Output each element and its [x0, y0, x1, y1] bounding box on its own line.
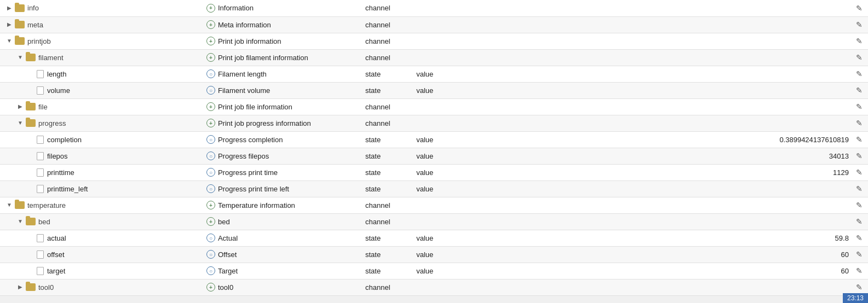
file-icon [37, 70, 44, 78]
type-cell-length: state [363, 66, 414, 82]
table-row: ▶file+Print job file informationchannel✎ [0, 98, 868, 115]
table-row: printtime○Progress print timestatevalue1… [0, 164, 868, 180]
channel-icon: + [206, 20, 215, 29]
type-cell-printtime: state [363, 164, 414, 180]
type-cell-target: state [363, 263, 414, 279]
edit-button-info[interactable]: ✎ [856, 4, 863, 13]
collapse-icon[interactable]: ▼ [5, 37, 13, 45]
edit-button-printtime_left[interactable]: ✎ [856, 184, 863, 193]
table-row: offset○Offsetstatevalue60✎ [0, 246, 868, 263]
folder-icon [26, 103, 36, 110]
edit-button-printtime[interactable]: ✎ [856, 168, 863, 177]
value-cell-file [465, 98, 850, 115]
expand-icon[interactable]: ▶ [5, 4, 13, 12]
access-cell-meta [414, 16, 465, 33]
channel-icon: + [206, 37, 215, 45]
table-row: completion○Progress completionstatevalue… [0, 131, 868, 148]
edit-button-offset[interactable]: ✎ [856, 250, 863, 259]
value-cell-temperature [465, 197, 850, 213]
edit-button-completion[interactable]: ✎ [856, 135, 863, 144]
status-bar: 23:13 [843, 293, 868, 296]
channel-icon: + [206, 283, 215, 292]
type-cell-meta: channel [363, 16, 414, 33]
table-row: target○Targetstatevalue60✎ [0, 263, 868, 279]
expand-icon[interactable]: ▶ [5, 21, 13, 28]
collapse-icon[interactable]: ▼ [16, 218, 24, 225]
desc-text-printjob: Print job information [218, 37, 281, 45]
node-label-filament: filament [38, 54, 64, 62]
collapse-icon[interactable]: ▼ [5, 201, 13, 209]
desc-text-target: Target [218, 267, 238, 275]
edit-button-length[interactable]: ✎ [856, 69, 863, 78]
edit-button-meta[interactable]: ✎ [856, 20, 863, 29]
desc-text-file: Print job file information [218, 103, 292, 111]
expand-icon[interactable]: ▶ [16, 283, 24, 291]
edit-button-bed[interactable]: ✎ [856, 217, 863, 226]
edit-button-temperature[interactable]: ✎ [856, 201, 863, 209]
access-cell-offset: value [414, 246, 465, 263]
edit-button-printjob[interactable]: ✎ [856, 37, 863, 45]
access-cell-filament [414, 49, 465, 66]
node-label-progress: progress [38, 119, 66, 127]
collapse-icon[interactable]: ▼ [16, 54, 24, 61]
node-label-printtime: printtime [47, 168, 74, 177]
edit-button-progress[interactable]: ✎ [856, 119, 863, 127]
edit-button-target[interactable]: ✎ [856, 266, 863, 275]
access-cell-printjob [414, 33, 465, 49]
desc-text-bed: bed [218, 218, 230, 226]
edit-button-actual[interactable]: ✎ [856, 234, 863, 242]
channel-icon: + [206, 201, 215, 209]
file-icon [37, 185, 44, 193]
channel-icon: + [206, 53, 215, 62]
access-cell-info [414, 0, 465, 16]
desc-text-filepos: Progress filepos [218, 152, 269, 160]
node-label-filepos: filepos [47, 152, 68, 160]
folder-icon [15, 201, 25, 209]
type-cell-actual: state [363, 230, 414, 246]
edit-button-tool0[interactable]: ✎ [856, 283, 863, 292]
type-cell-volume: state [363, 82, 414, 98]
type-cell-printjob: channel [363, 33, 414, 49]
desc-text-actual: Actual [218, 234, 238, 242]
node-label-actual: actual [47, 234, 66, 242]
access-cell-file [414, 98, 465, 115]
value-cell-progress [465, 115, 850, 131]
desc-text-filament: Print job filament information [218, 54, 308, 62]
value-cell-bed [465, 213, 850, 230]
file-icon [37, 168, 44, 177]
type-cell-bed: channel [363, 213, 414, 230]
folder-icon [26, 119, 36, 127]
channel-icon: + [206, 102, 215, 111]
edit-button-volume[interactable]: ✎ [856, 86, 863, 95]
file-icon [37, 152, 44, 160]
node-label-volume: volume [47, 86, 70, 95]
table-row: actual○Actualstatevalue59.8✎ [0, 230, 868, 246]
table-row: volume○Filament volumestatevalue✎ [0, 82, 868, 98]
collapse-icon[interactable]: ▼ [16, 119, 24, 127]
access-cell-tool0 [414, 279, 465, 295]
node-label-printtime_left: printtime_left [47, 185, 88, 193]
folder-icon [15, 37, 25, 45]
edit-button-filament[interactable]: ✎ [856, 53, 863, 62]
status-time: 23:13 [847, 294, 864, 296]
edit-button-filepos[interactable]: ✎ [856, 152, 863, 160]
node-label-offset: offset [47, 250, 65, 259]
value-cell-info [465, 0, 850, 16]
access-cell-printtime_left: value [414, 180, 465, 197]
node-label-completion: completion [47, 136, 82, 144]
desc-text-printtime: Progress print time [218, 168, 278, 177]
table-row: length○Filament lengthstatevalue✎ [0, 66, 868, 82]
file-icon [37, 136, 44, 144]
state-icon: ○ [206, 168, 215, 177]
edit-button-file[interactable]: ✎ [856, 102, 863, 111]
state-icon: ○ [206, 86, 215, 95]
type-cell-filament: channel [363, 49, 414, 66]
access-cell-printtime: value [414, 164, 465, 180]
file-icon [37, 234, 44, 242]
value-cell-offset: 60 [465, 246, 850, 263]
node-label-length: length [47, 70, 66, 78]
node-label-bed: bed [38, 218, 50, 226]
node-label-file: file [38, 103, 48, 111]
expand-icon[interactable]: ▶ [16, 103, 24, 110]
desc-text-volume: Filament volume [218, 86, 270, 95]
